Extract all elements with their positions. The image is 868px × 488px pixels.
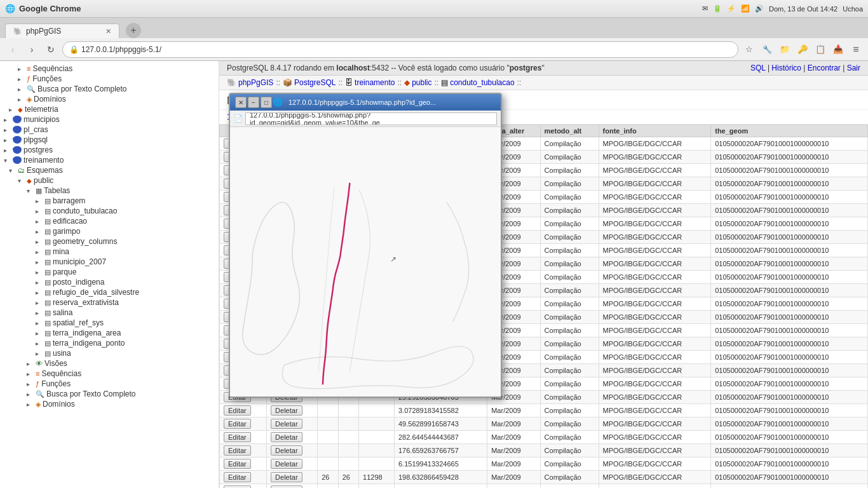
- fonte-info-cell: MPOG/IBGE/DGC/CCAR: [599, 484, 711, 489]
- delete-button[interactable]: Deletar: [271, 485, 302, 488]
- extension-icon-1[interactable]: 🔧: [760, 43, 774, 57]
- sidebar-item-dominios-2[interactable]: ▸ ◈ Domínios: [0, 399, 219, 409]
- table-row: Editar Deletar 3.07289183415582 Mar/2009…: [220, 404, 868, 417]
- metodo-alt-cell: Compilação: [540, 484, 599, 489]
- sidebar-item-terra-indigena-ponto[interactable]: ▸ ▤ terra_indigena_ponto: [0, 338, 219, 348]
- seq-icon: ≡: [27, 65, 31, 72]
- delete-button[interactable]: Deletar: [271, 405, 302, 416]
- edit-button[interactable]: Editar: [224, 419, 251, 429]
- sidebar-item-dominios-1[interactable]: ▸ ◈ Domínios: [0, 94, 219, 104]
- the-geom-cell: 0105000020AF79010001000000010: [711, 284, 868, 297]
- map-minimize-button[interactable]: −: [248, 97, 259, 108]
- sidebar-item-treinamento[interactable]: ▾ treinamento: [0, 155, 219, 165]
- map-close-button[interactable]: ✕: [235, 97, 247, 108]
- data-alter-cell: Mar/2009: [487, 458, 540, 471]
- bc-public-link[interactable]: public: [412, 78, 431, 87]
- table-icon: ▤: [44, 349, 51, 358]
- back-button[interactable]: ‹: [5, 42, 20, 57]
- sidebar-item-sequencias-2[interactable]: ▸ ≡ Sequências: [0, 369, 219, 379]
- fonte-info-cell: MPOG/IBGE/DGC/CCAR: [599, 324, 711, 337]
- svg-rect-0: [234, 127, 497, 396]
- sidebar-item-conduto-tubulacao[interactable]: ▸ ▤ conduto_tubulacao: [0, 206, 219, 216]
- sidebar-item-esquemas[interactable]: ▾ 🗂 Esquemas: [0, 165, 219, 175]
- table-icon: ▤: [44, 207, 51, 215]
- data-alter-cell: Mar/2009: [487, 471, 540, 484]
- fonte-info-cell: MPOG/IBGE/DGC/CCAR: [599, 391, 711, 404]
- map-popup-address[interactable]: 127.0.0.1/phppggis-5.1/showmap.php?id_ge…: [245, 112, 497, 125]
- map-svg: ↗: [230, 127, 501, 396]
- sidebar-item-busca-2[interactable]: ▸ 🔍 Busca por Texto Completo: [0, 389, 219, 399]
- bookmark-icon[interactable]: ☆: [742, 43, 756, 57]
- delete-button[interactable]: Deletar: [271, 445, 302, 456]
- metodo-alt-cell: Compilação: [540, 271, 599, 284]
- sidebar-item-edificacao[interactable]: ▸ ▤ edificacao: [0, 216, 219, 226]
- sidebar-item-salina[interactable]: ▸ ▤ salina: [0, 308, 219, 318]
- db-icon-postgres: [13, 146, 22, 154]
- sidebar-item-municipios[interactable]: ▸ municipios: [0, 114, 219, 125]
- sidebar-item-visoes[interactable]: ▸ 👁 Visões: [0, 358, 219, 369]
- forward-button[interactable]: ›: [24, 42, 39, 57]
- active-tab[interactable]: 🐘 phpPgGIS ✕: [5, 24, 119, 38]
- sidebar-item-plpgsql[interactable]: ▸ plpgsql: [0, 135, 219, 145]
- edit-button[interactable]: Editar: [224, 445, 251, 456]
- sidebar-item-geometry-columns[interactable]: ▸ ▤ geometry_columns: [0, 236, 219, 247]
- sidebar-item-postgres[interactable]: ▸ postgres: [0, 145, 219, 155]
- sidebar-item-municipio-2007[interactable]: ▸ ▤ municipio_2007: [0, 257, 219, 267]
- fonte-info-cell: MPOG/IBGE/DGC/CCAR: [599, 257, 711, 271]
- delete-button[interactable]: Deletar: [271, 419, 302, 429]
- extension-icon-3[interactable]: 🔑: [796, 43, 810, 57]
- edit-button[interactable]: Editar: [224, 459, 251, 469]
- extension-icon-5[interactable]: 📥: [831, 43, 845, 57]
- encontrar-link[interactable]: Encontrar: [808, 64, 841, 72]
- map-maximize-button[interactable]: □: [261, 97, 272, 108]
- extension-icon-4[interactable]: 📋: [813, 43, 827, 57]
- edit-button[interactable]: Editar: [224, 485, 251, 488]
- extension-icon-2[interactable]: 📁: [778, 43, 792, 57]
- navigation-bar: ‹ › ↻ 🔒 127.0.0.1/phppggis-5.1/ ☆ 🔧 📁 🔑 …: [0, 38, 868, 61]
- sidebar-item-busca-1[interactable]: ▸ 🔍 Busca por Texto Completo: [0, 84, 219, 94]
- new-tab-button[interactable]: +: [126, 23, 141, 38]
- sidebar-item-mina[interactable]: ▸ ▤ mina: [0, 247, 219, 257]
- reload-button[interactable]: ↻: [43, 42, 58, 57]
- sidebar-item-garimpo[interactable]: ▸ ▤ garimpo: [0, 226, 219, 236]
- address-bar[interactable]: 🔒 127.0.0.1/phppggis-5.1/: [62, 41, 738, 58]
- tab-close-button[interactable]: ✕: [105, 27, 111, 36]
- sidebar-item-refugio[interactable]: ▸ ▤ refugio_de_vida_silvestre: [0, 287, 219, 297]
- the-geom-cell: 0105000020AF79010001000000010: [711, 324, 868, 337]
- delete-button[interactable]: Deletar: [271, 459, 302, 469]
- chrome-menu-icon[interactable]: ≡: [849, 43, 863, 57]
- sidebar-item-usina[interactable]: ▸ ▤ usina: [0, 348, 219, 358]
- edit-button[interactable]: Editar: [224, 432, 251, 442]
- metodo-alt-cell: Compilação: [540, 391, 599, 404]
- bc-conduto-link[interactable]: conduto_tubulacao: [450, 78, 514, 87]
- sair-link[interactable]: Sair: [847, 64, 860, 72]
- sidebar-item-public[interactable]: ▾ ◆ public: [0, 175, 219, 186]
- sidebar-item-tabelas[interactable]: ▾ ▦ Tabelas: [0, 186, 219, 196]
- sidebar-item-funcoes-2[interactable]: ▸ ƒ Funções: [0, 379, 219, 389]
- delete-button[interactable]: Deletar: [271, 432, 302, 442]
- bc-phppgais-link[interactable]: phpPgGIS: [238, 78, 273, 87]
- edit-button[interactable]: Editar: [224, 405, 251, 416]
- col-header-fonte-info: fonte_info: [599, 125, 711, 137]
- sidebar-item-reserva-extrativista[interactable]: ▸ ▤ reserva_extrativista: [0, 297, 219, 308]
- delete-button[interactable]: Deletar: [271, 472, 302, 482]
- data-alter-cell: Mar/2009: [487, 444, 540, 458]
- tree-toggle: ▸: [36, 248, 44, 255]
- sidebar-item-parque[interactable]: ▸ ▤ parque: [0, 267, 219, 277]
- edit-button[interactable]: Editar: [224, 472, 251, 482]
- sidebar-item-pl-cras[interactable]: ▸ pl_cras: [0, 125, 219, 135]
- col-1-cell: 26: [318, 471, 338, 484]
- bc-postgresql-link[interactable]: PostgreSQL: [294, 78, 336, 87]
- sidebar-item-spatial-ref-sys[interactable]: ▸ ▤ spatial_ref_sys: [0, 318, 219, 328]
- sidebar-item-barragem[interactable]: ▸ ▤ barragem: [0, 196, 219, 206]
- bc-treinamento-link[interactable]: treinamento: [355, 78, 395, 87]
- sidebar-item-funcoes-1[interactable]: ▸ ƒ Funções: [0, 74, 219, 84]
- sidebar-item-sequencias-1[interactable]: ▸ ≡ Sequências: [0, 64, 219, 74]
- sql-link[interactable]: SQL: [750, 64, 766, 72]
- sidebar-item-terra-indigena-area[interactable]: ▸ ▤ terra_indigena_area: [0, 328, 219, 338]
- fonte-info-cell: MPOG/IBGE/DGC/CCAR: [599, 137, 711, 151]
- sidebar-item-telemetria[interactable]: ▸ ◆ telemetria: [0, 104, 219, 114]
- sidebar-item-posto-indigena[interactable]: ▸ ▤ posto_indigena: [0, 277, 219, 287]
- col-3-cell: [359, 458, 395, 471]
- historico-link[interactable]: Histórico: [771, 64, 801, 72]
